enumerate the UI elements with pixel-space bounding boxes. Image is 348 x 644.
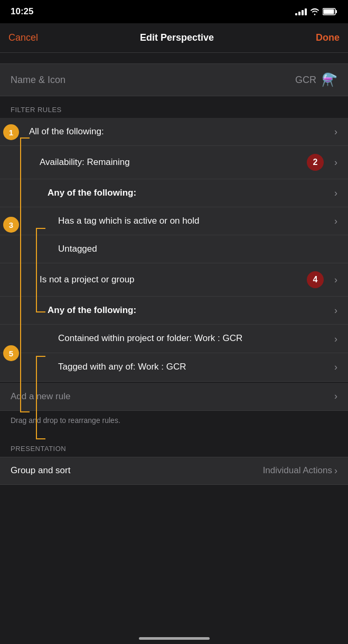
group-sort-label: Group and sort [11,465,70,476]
rule-tagged-with[interactable]: Tagged with any of: Work : GCR › [0,353,348,381]
name-icon-label: Name & Icon [11,75,65,86]
chevron-group-sort: › [334,465,337,476]
content-area: Name & Icon GCR ⚗️ FILTER RULES 1 All of… [0,63,348,485]
badge-4: 4 [307,271,324,288]
rule-text-2: Availability: Remaining [40,157,307,168]
rule-text-6: Is not a project or group [40,274,307,286]
annotation-5: 5 [3,345,19,361]
add-rule-row[interactable]: Add a new rule › [0,383,348,411]
drag-hint: Drag and drop to rearrange rules. [0,411,348,430]
chevron-add-rule: › [334,391,337,402]
status-time: 10:25 [11,6,33,17]
rule-not-project[interactable]: Is not a project or group 4 › [0,263,348,297]
name-icon-row[interactable]: Name & Icon GCR ⚗️ [0,63,348,96]
wifi-icon [310,8,319,15]
chevron-icon-1: › [334,126,337,137]
page-title: Edit Perspective [140,32,214,43]
filter-rules-section: FILTER RULES 1 All of the following: › A… [0,96,348,430]
filter-rules-header: FILTER RULES [0,96,348,118]
chevron-icon-4: › [334,216,337,227]
cancel-button[interactable]: Cancel [8,32,38,43]
rule-any-following-1[interactable]: Any of the following: › [0,179,348,207]
rule-text-3: Any of the following: [48,187,330,199]
chevron-icon-3: › [334,188,337,199]
status-bar: 10:25 [0,0,348,23]
chevron-icon-9: › [334,362,337,373]
done-button[interactable]: Done [316,32,340,43]
group-sort-value: Individual Actions › [263,465,337,476]
presentation-section: PRESENTATION Group and sort Individual A… [0,435,348,485]
rule-untagged[interactable]: Untagged [0,235,348,263]
svg-rect-2 [324,10,334,14]
name-value: GCR [295,75,316,86]
rule-contained[interactable]: Contained within project or folder: Work… [0,325,348,353]
annotation-1: 1 [3,124,19,140]
rule-text-4: Has a tag which is active or on hold [58,215,330,227]
annotation-3: 3 [3,217,19,233]
group-sort-row[interactable]: Group and sort Individual Actions › [0,457,348,485]
rule-all-following[interactable]: All of the following: › [0,118,348,146]
nav-bar: Cancel Edit Perspective Done [0,23,348,53]
home-bar [139,637,210,640]
group-sort-value-text: Individual Actions [263,465,332,476]
rule-text-1: All of the following: [29,126,330,137]
presentation-header: PRESENTATION [0,435,348,457]
rule-text-8: Contained within project or folder: Work… [58,333,330,344]
rules-wrapper: 1 All of the following: › Availability: … [0,118,348,382]
svg-rect-1 [336,10,337,13]
chevron-icon-7: › [334,305,337,316]
chevron-icon-2: › [334,157,337,168]
rule-text-7: Any of the following: [48,305,330,316]
chevron-icon-8: › [334,334,337,345]
rule-text-9: Tagged with any of: Work : GCR [58,361,330,373]
status-icons [295,8,337,15]
rule-any-following-2[interactable]: Any of the following: › [0,297,348,325]
signal-bars-icon [295,8,307,15]
chevron-icon-6: › [334,274,337,286]
add-rule-label: Add a new rule [11,391,330,402]
name-value-group: GCR ⚗️ [295,72,337,87]
battery-icon [323,8,337,15]
flask-icon: ⚗️ [322,72,337,87]
rule-has-tag[interactable]: Has a tag which is active or on hold › [0,207,348,235]
badge-2: 2 [307,154,324,171]
rule-text-5: Untagged [58,243,337,255]
rule-availability[interactable]: Availability: Remaining 2 › [0,146,348,179]
